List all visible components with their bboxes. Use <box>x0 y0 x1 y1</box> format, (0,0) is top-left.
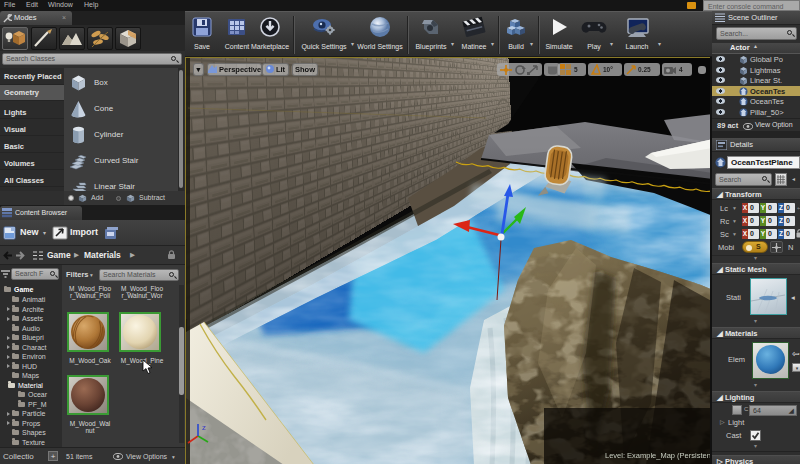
svg-text:z: z <box>202 423 206 432</box>
svg-text:Level: Example_Map (Persisten: Level: Example_Map (Persistent) <box>605 451 710 460</box>
